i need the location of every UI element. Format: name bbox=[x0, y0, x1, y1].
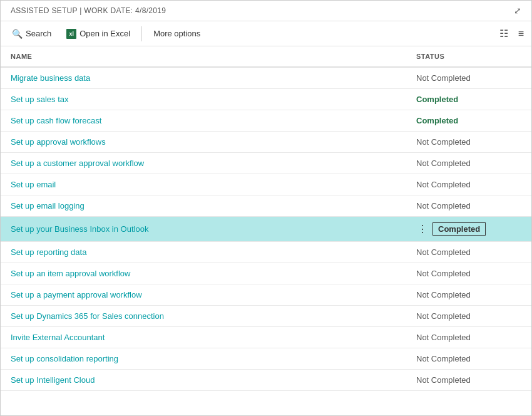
table-row[interactable]: Set up emailNot Completed bbox=[1, 174, 531, 195]
table-row[interactable]: Set up your Business Inbox in Outlook⋮Co… bbox=[1, 217, 531, 242]
row-status-cell: Not Completed bbox=[406, 263, 531, 284]
row-name-cell: Set up your Business Inbox in Outlook bbox=[1, 217, 406, 242]
row-status-cell: Not Completed bbox=[406, 153, 531, 174]
row-status-cell: Not Completed bbox=[406, 242, 531, 263]
row-name-cell: Set up a payment approval workflow bbox=[1, 284, 406, 306]
row-name-cell: Migrate business data bbox=[1, 67, 406, 89]
table-row[interactable]: Invite External AccountantNot Completed bbox=[1, 327, 531, 348]
row-name-link[interactable]: Set up approval workflows bbox=[11, 137, 106, 147]
row-status-cell: Not Completed bbox=[406, 195, 531, 217]
row-status-cell: Completed bbox=[406, 110, 531, 132]
more-options-label: More options bbox=[153, 29, 200, 38]
row-name-link[interactable]: Set up Intelligent Cloud bbox=[11, 375, 95, 385]
table-row[interactable]: Set up email loggingNot Completed bbox=[1, 195, 531, 217]
table-container: NAME STATUS Migrate business dataNot Com… bbox=[1, 46, 531, 415]
row-name-cell: Set up sales tax bbox=[1, 89, 406, 110]
row-name-cell: Set up a customer approval workflow bbox=[1, 153, 406, 174]
row-status-cell: Not Completed bbox=[406, 67, 531, 89]
row-name-cell: Set up email bbox=[1, 174, 406, 195]
row-name-cell: Set up Intelligent Cloud bbox=[1, 370, 406, 391]
table-row[interactable]: Set up sales taxCompleted bbox=[1, 89, 531, 110]
table-row[interactable]: Set up consolidation reportingNot Comple… bbox=[1, 348, 531, 370]
row-name-link[interactable]: Set up Dynamics 365 for Sales connection bbox=[11, 311, 164, 321]
toolbar-separator bbox=[141, 26, 142, 41]
row-name-link[interactable]: Set up cash flow forecast bbox=[11, 116, 101, 125]
row-name-link[interactable]: Set up a payment approval workflow bbox=[11, 290, 142, 299]
row-status-cell: Not Completed bbox=[406, 370, 531, 391]
table-row[interactable]: Set up an item approval workflowNot Comp… bbox=[1, 263, 531, 284]
row-name-link[interactable]: Set up email bbox=[11, 180, 56, 189]
row-name-link[interactable]: Invite External Accountant bbox=[11, 333, 105, 342]
row-context-menu-icon[interactable]: ⋮ bbox=[416, 223, 429, 236]
row-status-cell: Not Completed bbox=[406, 327, 531, 348]
toolbar-right-actions: ☷ ≡ bbox=[497, 25, 526, 42]
col-header-name: NAME bbox=[1, 46, 406, 67]
list-view-icon[interactable]: ≡ bbox=[516, 26, 526, 42]
search-label: Search bbox=[26, 29, 51, 38]
table-row[interactable]: Set up reporting dataNot Completed bbox=[1, 242, 531, 263]
filter-icon[interactable]: ☷ bbox=[497, 25, 511, 42]
table-header-row: NAME STATUS bbox=[1, 46, 531, 67]
more-options-button[interactable]: More options bbox=[147, 26, 207, 41]
table-row[interactable]: Set up cash flow forecastCompleted bbox=[1, 110, 531, 132]
row-name-link[interactable]: Set up reporting data bbox=[11, 247, 86, 257]
row-status-cell: Not Completed bbox=[406, 284, 531, 306]
row-status-cell: Not Completed bbox=[406, 306, 531, 327]
setup-table: NAME STATUS Migrate business dataNot Com… bbox=[1, 46, 531, 391]
row-status-cell: Not Completed bbox=[406, 174, 531, 195]
search-icon: 🔍 bbox=[12, 29, 23, 39]
open-in-excel-button[interactable]: xl Open in Excel bbox=[60, 26, 136, 42]
table-row[interactable]: Migrate business dataNot Completed bbox=[1, 67, 531, 89]
row-status-cell: ⋮Completed bbox=[406, 217, 531, 242]
row-name-cell: Invite External Accountant bbox=[1, 327, 406, 348]
row-name-cell: Set up an item approval workflow bbox=[1, 263, 406, 284]
row-name-link[interactable]: Set up email logging bbox=[11, 201, 84, 211]
col-header-status: STATUS bbox=[406, 46, 531, 67]
row-name-cell: Set up reporting data bbox=[1, 242, 406, 263]
expand-icon[interactable]: ⤢ bbox=[514, 6, 521, 16]
row-name-cell: Set up consolidation reporting bbox=[1, 348, 406, 370]
row-name-cell: Set up approval workflows bbox=[1, 132, 406, 153]
row-name-cell: Set up Dynamics 365 for Sales connection bbox=[1, 306, 406, 327]
table-row[interactable]: Set up Intelligent CloudNot Completed bbox=[1, 370, 531, 391]
table-row[interactable]: Set up Dynamics 365 for Sales connection… bbox=[1, 306, 531, 327]
excel-icon: xl bbox=[66, 29, 76, 39]
table-row[interactable]: Set up a payment approval workflowNot Co… bbox=[1, 284, 531, 306]
row-name-link[interactable]: Set up consolidation reporting bbox=[11, 354, 118, 363]
row-status-cell: Completed bbox=[406, 89, 531, 110]
table-row[interactable]: Set up a customer approval workflowNot C… bbox=[1, 153, 531, 174]
table-row[interactable]: Set up approval workflowsNot Completed bbox=[1, 132, 531, 153]
row-status-cell: Not Completed bbox=[406, 348, 531, 370]
status-badge: Completed bbox=[432, 222, 486, 236]
row-name-link[interactable]: Set up a customer approval workflow bbox=[11, 159, 144, 168]
row-name-cell: Set up cash flow forecast bbox=[1, 110, 406, 132]
page-title: ASSISTED SETUP | WORK DATE: 4/8/2019 bbox=[11, 6, 166, 15]
header-bar: ASSISTED SETUP | WORK DATE: 4/8/2019 ⤢ bbox=[1, 1, 531, 21]
toolbar: 🔍 Search xl Open in Excel More options ☷… bbox=[1, 21, 531, 46]
row-name-link[interactable]: Set up sales tax bbox=[11, 95, 69, 104]
row-name-cell: Set up email logging bbox=[1, 195, 406, 217]
excel-label: Open in Excel bbox=[79, 29, 130, 38]
row-name-link[interactable]: Set up your Business Inbox in Outlook bbox=[11, 224, 148, 234]
row-name-link[interactable]: Migrate business data bbox=[11, 73, 90, 83]
search-button[interactable]: 🔍 Search bbox=[6, 26, 58, 42]
row-name-link[interactable]: Set up an item approval workflow bbox=[11, 269, 130, 278]
row-status-cell: Not Completed bbox=[406, 132, 531, 153]
